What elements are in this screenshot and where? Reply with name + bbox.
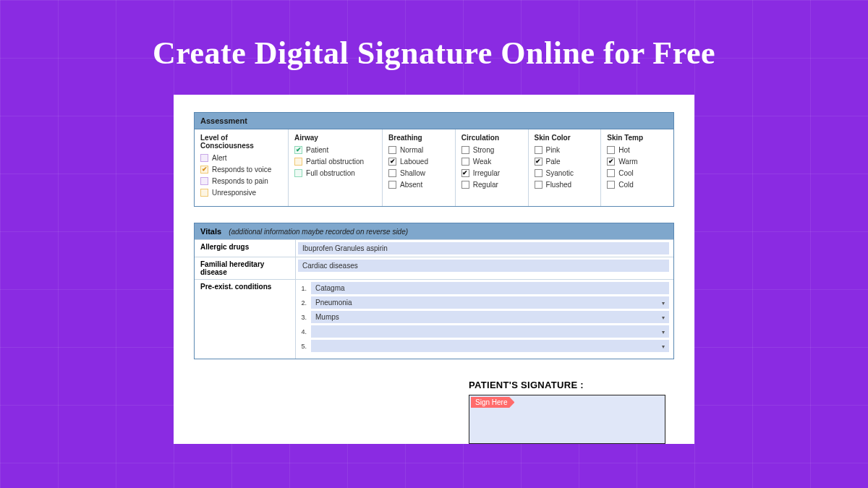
assessment-grid: Level of ConsciousnessAlertResponds to v… <box>194 129 674 207</box>
check-label: Cool <box>618 169 634 177</box>
check-row[interactable]: Shallow <box>388 169 449 177</box>
check-label: Responds to voice <box>212 166 271 174</box>
chevron-down-icon: ▾ <box>662 299 665 306</box>
condition-item: 1.Catagma <box>298 282 669 294</box>
check-row[interactable]: Unresponsive <box>200 189 282 197</box>
checkbox[interactable] <box>535 158 542 166</box>
checkbox[interactable] <box>607 169 615 177</box>
checkbox[interactable] <box>461 169 469 177</box>
check-label: Flushed <box>546 181 572 189</box>
check-row[interactable]: Strong <box>461 146 522 154</box>
familial-label: Familial hereditary disease <box>195 257 296 279</box>
check-row[interactable]: Laboued <box>388 158 449 166</box>
condition-item: 4. ▾ <box>298 325 669 338</box>
signature-box[interactable]: Sign Here <box>469 395 665 444</box>
condition-field[interactable]: Mumps▾ <box>311 311 669 323</box>
check-label: Pink <box>546 146 560 154</box>
check-row[interactable]: Absent <box>388 181 449 189</box>
signature-block: PATIENT'S SIGNATURE : Sign Here <box>469 380 674 444</box>
assess-col: Skin ColorPinkPaleSyanoticFlushed <box>529 129 602 206</box>
assess-col-title: Skin Color <box>535 134 595 142</box>
checkbox[interactable] <box>294 146 302 154</box>
assess-col-title: Breathing <box>388 134 449 142</box>
checkbox[interactable] <box>294 158 302 166</box>
check-row[interactable]: Weak <box>461 158 522 166</box>
check-label: Weak <box>473 158 491 166</box>
preexist-label: Pre-exist. conditions <box>195 280 296 359</box>
vitals-row-allergic: Allergic drugs Ibuprofen Granules aspiri… <box>195 239 673 257</box>
checkbox[interactable] <box>294 169 302 177</box>
sign-here-tag: Sign Here <box>471 397 514 408</box>
checkbox[interactable] <box>535 169 542 177</box>
condition-item: 2.Pneumonia▾ <box>298 296 669 309</box>
checkbox[interactable] <box>388 169 396 177</box>
check-row[interactable]: Syanotic <box>535 169 595 177</box>
assess-col: Skin TempHotWarmCoolCold <box>601 129 673 206</box>
check-row[interactable]: Flushed <box>535 181 595 189</box>
checkbox[interactable] <box>200 166 208 174</box>
condition-number: 1. <box>298 285 307 292</box>
checkbox[interactable] <box>607 158 615 166</box>
check-row[interactable]: Responds to pain <box>200 177 282 185</box>
assessment-header: Assessment <box>194 112 674 129</box>
check-label: Regular <box>473 181 498 189</box>
assess-col-title: Airway <box>294 134 376 142</box>
check-row[interactable]: Hot <box>607 146 668 154</box>
allergic-input[interactable]: Ibuprofen Granules aspirin <box>298 242 669 254</box>
check-label: Partial obstruction <box>306 158 364 166</box>
checkbox[interactable] <box>200 154 208 162</box>
checkbox[interactable] <box>535 181 542 189</box>
chevron-down-icon: ▾ <box>662 314 665 320</box>
check-row[interactable]: Warm <box>607 158 668 166</box>
familial-input[interactable]: Cardiac diseases <box>298 260 669 272</box>
condition-field[interactable]: ▾ <box>311 340 669 352</box>
check-row[interactable]: Responds to voice <box>200 166 282 174</box>
conditions-list: 1.Catagma2.Pneumonia▾3.Mumps▾4. ▾5. ▾ <box>296 280 673 359</box>
check-row[interactable]: Irregular <box>461 169 522 177</box>
check-label: Unresponsive <box>212 189 256 197</box>
check-label: Absent <box>400 181 422 189</box>
checkbox[interactable] <box>388 158 396 166</box>
check-label: Irregular <box>473 169 500 177</box>
check-label: Laboued <box>400 158 428 166</box>
check-row[interactable]: Normal <box>388 146 449 154</box>
check-row[interactable]: Regular <box>461 181 522 189</box>
signature-title: PATIENT'S SIGNATURE : <box>469 380 674 390</box>
condition-field[interactable]: ▾ <box>311 325 669 338</box>
check-label: Hot <box>618 146 630 154</box>
assess-col: CirculationStrongWeakIrregularRegular <box>456 129 529 206</box>
check-label: Pale <box>546 158 561 166</box>
check-label: Patient <box>306 146 328 154</box>
check-row[interactable]: Pink <box>535 146 595 154</box>
checkbox[interactable] <box>461 181 469 189</box>
check-row[interactable]: Alert <box>200 154 282 162</box>
check-row[interactable]: Cool <box>607 169 668 177</box>
checkbox[interactable] <box>607 181 615 189</box>
vitals-block: Vitals (additional information maybe rec… <box>194 223 674 359</box>
check-label: Alert <box>212 154 227 162</box>
check-label: Responds to pain <box>212 177 268 185</box>
check-row[interactable]: Pale <box>535 158 595 166</box>
checkbox[interactable] <box>535 146 542 154</box>
check-row[interactable]: Cold <box>607 181 668 189</box>
check-row[interactable]: Patient <box>294 146 376 154</box>
checkbox[interactable] <box>388 181 396 189</box>
document-card: Assessment Level of ConsciousnessAlertRe… <box>174 95 694 444</box>
assess-col: AirwayPatientPartial obstructionFull obs… <box>289 129 383 206</box>
condition-number: 3. <box>298 314 307 321</box>
condition-item: 3.Mumps▾ <box>298 311 669 323</box>
check-row[interactable]: Partial obstruction <box>294 158 376 166</box>
checkbox[interactable] <box>607 146 615 154</box>
checkbox[interactable] <box>388 146 396 154</box>
checkbox[interactable] <box>461 146 469 154</box>
checkbox[interactable] <box>200 177 208 185</box>
condition-number: 5. <box>298 343 307 350</box>
condition-field[interactable]: Catagma <box>311 282 669 294</box>
assess-col: Level of ConsciousnessAlertResponds to v… <box>195 129 289 206</box>
checkbox[interactable] <box>200 189 208 197</box>
condition-field[interactable]: Pneumonia▾ <box>311 296 669 309</box>
check-label: Full obstruction <box>306 169 355 177</box>
checkbox[interactable] <box>461 158 469 166</box>
vitals-note: (additional information maybe recorded o… <box>229 228 408 236</box>
check-row[interactable]: Full obstruction <box>294 169 376 177</box>
